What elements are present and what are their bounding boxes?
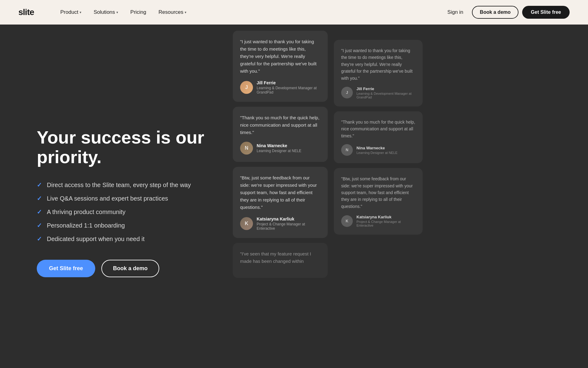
logo[interactable]: slite	[18, 7, 34, 17]
avatar-kat-right: K	[341, 215, 353, 227]
left-section: Your success is our priority. ✓ Direct a…	[0, 25, 233, 368]
right-fade-overlay	[527, 25, 588, 368]
feature-item-5: ✓ Dedicated support when you need it	[37, 235, 208, 243]
check-icon: ✓	[37, 208, 42, 216]
author-name-right-2: Nina Warnecke	[356, 146, 398, 150]
testimonial-text-right-2: "Thank you so much for the quick help, n…	[341, 119, 415, 139]
feature-list: ✓ Direct access to the Slite team, every…	[37, 181, 208, 243]
testimonial-text-4: "I've seen that my feature request I mad…	[240, 250, 320, 265]
testimonial-author-1: J Jill Ferrie Learning & Development Man…	[240, 80, 320, 94]
get-slite-free-cta-button[interactable]: Get Slite free	[37, 260, 95, 277]
testimonial-text-2: "Thank you so much for the quick help, n…	[240, 114, 320, 136]
navigation: slite Product ▾ Solutions ▾ Pricing Reso…	[0, 0, 588, 25]
chevron-down-icon: ▾	[80, 10, 81, 14]
nav-item-pricing[interactable]: Pricing	[126, 7, 151, 18]
chevron-down-icon: ▾	[116, 10, 118, 14]
testimonial-card-right-2: "Thank you so much for the quick help, n…	[334, 111, 423, 163]
testimonial-author-right-2: N Nina Warnecke Learning Designer at NEL…	[341, 144, 415, 156]
author-role-right-2: Learning Designer at NELE	[356, 151, 398, 155]
page-title: Your success is our priority.	[37, 128, 208, 167]
check-icon: ✓	[37, 195, 42, 202]
author-role-right-3: Project & Change Manager at Enteractive	[356, 220, 415, 227]
avatar-jill: J	[240, 81, 253, 94]
author-name-right-3: Katsiaryna Karliuk	[356, 215, 415, 219]
get-slite-free-button[interactable]: Get Slite free	[522, 6, 570, 19]
book-demo-cta-button[interactable]: Book a demo	[101, 260, 159, 277]
check-icon: ✓	[37, 181, 42, 189]
testimonial-author-right-3: K Katsiaryna Karliuk Project & Change Ma…	[341, 215, 415, 227]
check-icon: ✓	[37, 222, 42, 229]
testimonial-card-3: "Btw, just some feedback from our side: …	[233, 167, 328, 238]
testimonial-text-right-1: "I just wanted to thank you for taking t…	[341, 47, 415, 82]
testimonials-column-1: "I just wanted to thank you for taking t…	[233, 31, 328, 362]
testimonial-text-right-3: "Btw, just some feedback from our side: …	[341, 175, 415, 210]
avatar-nina: N	[240, 142, 253, 155]
signin-link[interactable]: Sign in	[443, 7, 468, 18]
author-name-2: Nina Warnecke	[257, 143, 301, 148]
testimonial-card-4: "I've seen that my feature request I mad…	[233, 243, 328, 278]
feature-item-1: ✓ Direct access to the Slite team, every…	[37, 181, 208, 189]
feature-item-2: ✓ Live Q&A sessions and expert best prac…	[37, 195, 208, 202]
nav-links: Product ▾ Solutions ▾ Pricing Resources …	[55, 7, 430, 18]
nav-item-solutions[interactable]: Solutions ▾	[89, 7, 123, 18]
testimonial-card-1: "I just wanted to thank you for taking t…	[233, 31, 328, 102]
cta-buttons: Get Slite free Book a demo	[37, 260, 208, 277]
testimonial-text-1: "I just wanted to thank you for taking t…	[240, 38, 320, 75]
testimonial-author-3: K Katsiaryna Karliuk Project & Change Ma…	[240, 217, 320, 231]
avatar-nina-right: N	[341, 144, 353, 156]
book-demo-button[interactable]: Book a demo	[472, 6, 518, 19]
nav-right: Sign in Book a demo Get Slite free	[443, 6, 570, 19]
testimonials-column-2: "I just wanted to thank you for taking t…	[334, 31, 423, 362]
testimonial-text-3: "Btw, just some feedback from our side: …	[240, 174, 320, 211]
testimonial-card-2: "Thank you so much for the quick help, n…	[233, 107, 328, 162]
testimonial-author-2: N Nina Warnecke Learning Designer at NEL…	[240, 142, 320, 155]
right-section: "I just wanted to thank you for taking t…	[233, 25, 588, 368]
avatar-kat: K	[240, 217, 253, 230]
author-name-1: Jill Ferrie	[257, 80, 320, 85]
testimonial-card-right-3: "Btw, just some feedback from our side: …	[334, 168, 423, 235]
nav-item-product[interactable]: Product ▾	[55, 7, 86, 18]
check-icon: ✓	[37, 235, 42, 243]
avatar-jill-right: J	[341, 87, 353, 98]
chevron-down-icon: ▾	[185, 10, 187, 14]
testimonial-author-right-1: J Jill Ferrie Learning & Development Man…	[341, 86, 415, 99]
author-role-2: Learning Designer at NELE	[257, 149, 301, 153]
author-role-3: Project & Change Manager at Enteractive	[257, 222, 320, 231]
feature-item-4: ✓ Personalized 1:1 onboarding	[37, 222, 208, 229]
author-role-right-1: Learning & Development Manager at GrandP…	[356, 92, 415, 99]
feature-item-3: ✓ A thriving product community	[37, 208, 208, 216]
testimonial-card-right-1: "I just wanted to thank you for taking t…	[334, 40, 423, 106]
author-role-1: Learning & Development Manager at GrandP…	[257, 86, 320, 94]
main-content: Your success is our priority. ✓ Direct a…	[0, 25, 588, 368]
author-name-3: Katsiaryna Karliuk	[257, 217, 320, 221]
author-name-right-1: Jill Ferrie	[356, 86, 415, 91]
nav-item-resources[interactable]: Resources ▾	[154, 7, 191, 18]
